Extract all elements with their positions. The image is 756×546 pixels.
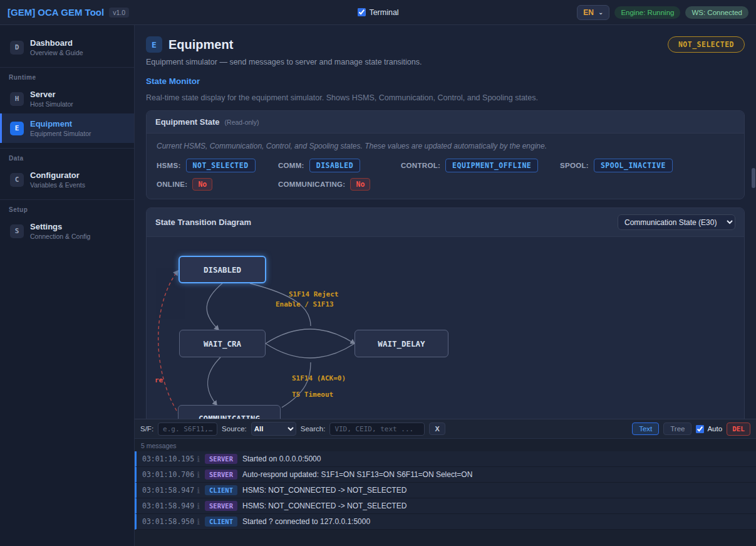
info-icon: ℹ (197, 454, 200, 464)
log-row[interactable]: 03:01:10.706 ℹ SERVER Auto-respond updat… (135, 467, 756, 483)
edge-label-t5-timeout: T5 Timeout (292, 391, 333, 399)
state-flag-communicating: COMMUNICATING: No (278, 178, 560, 191)
main-content: E Equipment NOT_SELECTED Equipment simul… (135, 25, 756, 419)
sidebar-item-sublabel: Overview & Guide (30, 49, 83, 56)
sidebar-item-label: Dashboard (30, 38, 83, 48)
sf-filter-label: S/F: (140, 425, 153, 433)
search-label: Search: (301, 425, 326, 433)
message-source-badge: SERVER (205, 454, 237, 464)
state-field-hsms: HSMS: NOT_SELECTED (157, 159, 278, 172)
terminal-checkbox[interactable] (357, 8, 365, 16)
sidebar-item-label: Server (30, 90, 73, 99)
sidebar-item-dashboard[interactable]: D Dashboard Overview & Guide (0, 33, 134, 62)
server-icon: H (10, 92, 24, 106)
sidebar-item-configurator[interactable]: C Configurator Variables & Events (0, 165, 134, 194)
page-title: Equipment (168, 38, 233, 52)
message-time: 03:01:10.195 (142, 454, 194, 463)
message-source-badge: CLIENT (205, 485, 237, 495)
clear-search-button[interactable]: X (429, 423, 445, 435)
equipment-state-card: Equipment State (Read-only) Current HSMS… (146, 110, 745, 199)
terminal-toggle-label: Terminal (369, 8, 398, 17)
settings-icon: S (10, 224, 24, 238)
sidebar-item-sublabel: Equipment Simulator (30, 130, 91, 137)
state-diagram-card: State Transition Diagram Communication S… (146, 207, 745, 419)
diagram-view-select[interactable]: Communication State (E30) (618, 214, 735, 230)
auto-scroll-checkbox[interactable] (696, 425, 704, 433)
message-source-badge: CLIENT (205, 517, 237, 527)
spool-label: SPOOL: (560, 162, 589, 169)
hsms-label: HSMS: (157, 162, 181, 169)
terminal-toggle[interactable]: Terminal (357, 8, 398, 17)
diagram-node-wait-delay[interactable]: WAIT_DELAY (355, 330, 448, 357)
app-title: [GEM] OCA GEM Tool (8, 7, 104, 18)
sidebar-section-setup: Setup (0, 199, 134, 216)
sidebar-item-label: Configurator (30, 171, 85, 180)
sidebar-item-server[interactable]: H Server Host Simulator (0, 84, 134, 113)
state-flag-online: ONLINE: No (157, 178, 278, 191)
spool-value-badge: SPOOL_INACTIVE (594, 159, 673, 172)
state-diagram-canvas: DISABLED WAIT_CRA WAIT_DELAY COMMUNICATI… (147, 237, 744, 419)
message-text: Started on 0.0.0.0:5000 (242, 454, 321, 463)
log-row[interactable]: 03:01:10.195 ℹ SERVER Started on 0.0.0.0… (135, 451, 756, 467)
message-text: HSMS: NOT_CONNECTED -> NOT_SELECTED (242, 501, 406, 510)
message-source-badge: SERVER (205, 470, 237, 480)
sidebar-item-equipment[interactable]: E Equipment Equipment Simulator (0, 113, 134, 143)
message-count: 5 messages (135, 439, 756, 451)
source-filter-select[interactable]: All (251, 422, 296, 436)
sidebar-item-sublabel: Host Simulator (30, 100, 73, 108)
language-select[interactable]: EN ⌄ (577, 5, 609, 20)
version-badge: v1.0 (109, 8, 129, 18)
dashboard-icon: D (10, 41, 24, 55)
auto-scroll-toggle[interactable]: Auto (696, 425, 722, 433)
sidebar-section-data: Data (0, 148, 134, 165)
comm-label: COMM: (278, 162, 304, 169)
log-row[interactable]: 03:01:58.947 ℹ CLIENT HSMS: NOT_CONNECTE… (135, 483, 756, 498)
diagram-node-communicating[interactable]: COMMUNICATING (178, 405, 281, 419)
message-text: HSMS: NOT_CONNECTED -> NOT_SELECTED (242, 486, 406, 495)
delete-logs-button[interactable]: DEL (727, 423, 750, 436)
auto-scroll-label: Auto (707, 425, 722, 433)
view-tree-button[interactable]: Tree (663, 423, 691, 435)
equipment-icon: E (10, 122, 24, 135)
sidebar-item-sublabel: Variables & Events (30, 181, 85, 189)
top-bar: [GEM] OCA GEM Tool v1.0 Terminal EN ⌄ En… (0, 0, 756, 25)
ws-status-badge: WS: Connected (685, 6, 748, 19)
diagram-node-wait-cra[interactable]: WAIT_CRA (179, 330, 266, 357)
state-diagram-title: State Transition Diagram (155, 218, 251, 227)
page-subtitle: Equipment simulator — send messages to s… (146, 58, 745, 66)
info-icon: ℹ (197, 501, 200, 511)
view-text-button[interactable]: Text (632, 423, 659, 435)
edge-label-reject: S1F14 Reject (289, 290, 338, 298)
equipment-state-description: Current HSMS, Communication, Control, an… (157, 142, 734, 150)
message-text: Started ? connected to 127.0.0.1:5000 (242, 517, 370, 526)
online-label: ONLINE: (157, 181, 187, 188)
log-row[interactable]: 03:01:58.949 ℹ SERVER HSMS: NOT_CONNECTE… (135, 498, 756, 514)
state-field-spool: SPOOL: SPOOL_INACTIVE (560, 159, 734, 172)
online-value-badge: No (192, 178, 212, 191)
diagram-node-disabled[interactable]: DISABLED (179, 256, 266, 283)
hsms-value-badge: NOT_SELECTED (186, 159, 256, 172)
engine-status-badge: Engine: Running (614, 6, 680, 19)
sidebar-item-settings[interactable]: S Settings Connection & Config (0, 216, 134, 246)
state-monitor-description: Real-time state display for the equipmen… (146, 93, 745, 102)
readonly-label: (Read-only) (225, 118, 259, 126)
info-icon: ℹ (197, 517, 200, 527)
info-icon: ℹ (197, 486, 200, 495)
sidebar-section-runtime: Runtime (0, 67, 134, 84)
language-value: EN (583, 8, 594, 17)
sidebar-item-sublabel: Connection & Config (30, 233, 90, 240)
sf-filter-input[interactable] (158, 423, 217, 436)
edge-label-enable: Enable / S1F13 (276, 300, 334, 308)
message-time: 03:01:58.947 (142, 486, 194, 495)
edge-label-partial: re (155, 376, 163, 384)
equipment-state-title: Equipment State (155, 117, 220, 127)
hsms-status-pill: NOT_SELECTED (668, 36, 745, 53)
scrollbar-thumb[interactable] (752, 168, 755, 188)
equipment-page-icon: E (146, 36, 162, 53)
communicating-value-badge: No (350, 178, 370, 191)
log-row[interactable]: 03:01:58.950 ℹ CLIENT Started ? connecte… (135, 514, 756, 530)
terminal-messages: 03:01:10.195 ℹ SERVER Started on 0.0.0.0… (135, 451, 756, 530)
chevron-down-icon: ⌄ (598, 9, 603, 16)
terminal-panel: S/F: Source: All Search: X Text Tree Aut… (135, 419, 756, 546)
search-input[interactable] (329, 423, 425, 436)
